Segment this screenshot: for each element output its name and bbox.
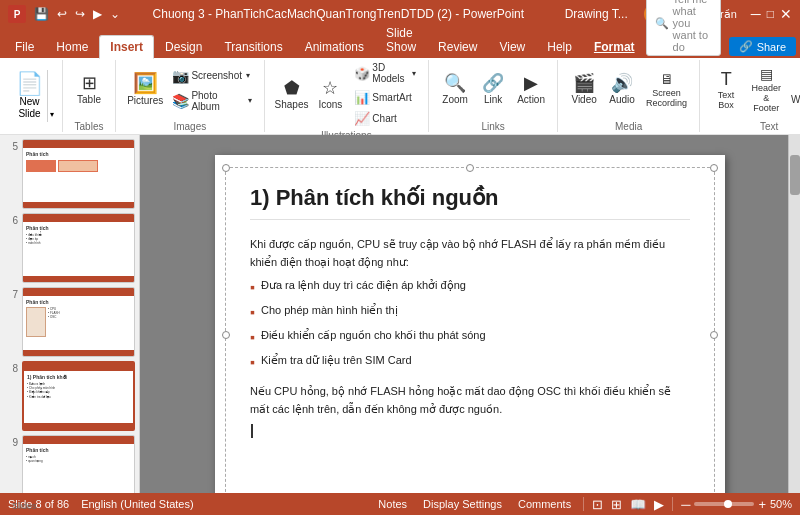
new-slide-icon: 📄	[16, 73, 43, 95]
save-quick-btn[interactable]: 💾	[32, 6, 51, 22]
smartart-button[interactable]: 📊 SmartArt	[350, 88, 420, 107]
screenshot-button[interactable]: 📷 Screenshot ▾	[168, 66, 255, 86]
slide-preview-5[interactable]: Phân tích	[22, 139, 135, 209]
drawing-tab-label: Drawing T...	[565, 7, 628, 21]
undo-quick-btn[interactable]: ↩	[55, 6, 69, 22]
ribbon-tabs: File Home Insert Design Transitions Anim…	[0, 28, 800, 58]
tab-animations[interactable]: Animations	[294, 35, 375, 58]
video-button[interactable]: 🎬 Video	[566, 71, 602, 108]
handle-ml[interactable]	[222, 331, 230, 339]
wordart-button[interactable]: A WordArt	[788, 71, 800, 108]
minimize-btn[interactable]: ─	[751, 6, 761, 22]
slide-preview-8[interactable]: 1) Phân tích khối • Đưa ra lệnh• Cho phé…	[22, 361, 135, 431]
bullet-mark-3: ▪	[250, 327, 255, 348]
3d-models-button[interactable]: 🎲 3D Models ▾	[350, 60, 420, 86]
text-box-label: TextBox	[718, 90, 735, 110]
shapes-button[interactable]: ⬟ Shapes	[273, 76, 311, 113]
tab-help[interactable]: Help	[536, 35, 583, 58]
images-group: 🖼️ Pictures 📷 Screenshot ▾ 📚 Photo Album…	[116, 60, 265, 132]
handle-tr[interactable]	[710, 164, 718, 172]
header-footer-icon: ▤	[760, 67, 773, 81]
slide-sorter-btn[interactable]: ⊞	[611, 497, 622, 512]
scroll-thumb-v[interactable]	[790, 155, 800, 195]
notes-button[interactable]: Notes	[374, 496, 411, 512]
shapes-icon: ⬟	[284, 79, 300, 97]
photo-album-dropdown[interactable]: ▾	[248, 96, 252, 105]
slide-preview-9[interactable]: Phân tích • mạch• quan trọng	[22, 435, 135, 493]
new-slide-label: New	[19, 96, 39, 107]
zoom-track[interactable]	[694, 502, 754, 506]
pictures-button[interactable]: 🖼️ Pictures	[124, 70, 166, 109]
tab-format[interactable]: Format	[583, 35, 646, 58]
icons-icon: ☆	[322, 79, 338, 97]
header-footer-button[interactable]: ▤ Header& Footer	[746, 64, 786, 116]
present-quick-btn[interactable]: ▶	[91, 6, 104, 22]
tab-slideshow[interactable]: Slide Show	[375, 21, 427, 58]
pictures-icon: 🖼️	[133, 73, 158, 93]
slide-thumb-8[interactable]: 8 1) Phân tích khối • Đưa ra lệnh• Cho p…	[4, 361, 135, 431]
tab-view[interactable]: View	[488, 35, 536, 58]
screen-recording-button[interactable]: 🖥 ScreenRecording	[642, 69, 691, 111]
tell-me-search[interactable]: 🔍 Tell me what you want to do	[646, 0, 721, 56]
slide-panel: 5 Phân tích 6 Phân tích • điều khiển• đi…	[0, 135, 140, 493]
close-btn[interactable]: ✕	[780, 6, 792, 22]
chart-button[interactable]: 📈 Chart	[350, 109, 420, 128]
normal-view-btn[interactable]: ⊡	[592, 497, 603, 512]
3d-models-dropdown[interactable]: ▾	[412, 69, 416, 78]
new-slide-dropdown[interactable]: ▾	[47, 70, 56, 122]
main-area: 5 Phân tích 6 Phân tích • điều khiển• đi…	[0, 135, 800, 493]
icons-button[interactable]: ☆ Icons	[312, 76, 348, 113]
zoom-button[interactable]: 🔍 Zoom	[437, 71, 473, 108]
tab-file[interactable]: File	[4, 35, 45, 58]
share-button[interactable]: 🔗 Share	[729, 37, 796, 56]
audio-button[interactable]: 🔊 Audio	[604, 71, 640, 108]
tab-review[interactable]: Review	[427, 35, 488, 58]
table-button[interactable]: ⊞ Table	[71, 71, 107, 108]
redo-quick-btn[interactable]: ↪	[73, 6, 87, 22]
action-button[interactable]: ▶ Action	[513, 71, 549, 108]
slideshow-btn[interactable]: ▶	[654, 497, 664, 512]
video-icon: 🎬	[573, 74, 595, 92]
reading-view-btn[interactable]: 📖	[630, 497, 646, 512]
tables-group-label: Tables	[75, 121, 104, 132]
maximize-btn[interactable]: □	[767, 7, 774, 21]
display-settings-button[interactable]: Display Settings	[419, 496, 506, 512]
handle-mr[interactable]	[710, 331, 718, 339]
text-group: T TextBox ▤ Header& Footer A WordArt Tex…	[700, 60, 800, 132]
status-right: Notes Display Settings Comments ⊡ ⊞ 📖 ▶ …	[374, 496, 792, 512]
handle-tm[interactable]	[466, 164, 474, 172]
zoom-in-btn[interactable]: +	[758, 497, 766, 512]
zoom-controls[interactable]: ─ + 50%	[681, 497, 792, 512]
slide-body: Khi được cấp nguồn, CPU sẽ truy cập vào …	[250, 236, 690, 444]
slide-thumb-6[interactable]: 6 Phân tích • điều khiển• điện áp• màn h…	[4, 213, 135, 283]
chart-icon: 📈	[354, 111, 370, 126]
slide-thumb-9[interactable]: 9 Phân tích • mạch• quan trọng	[4, 435, 135, 493]
more-quick-btn[interactable]: ⌄	[108, 6, 122, 22]
text-box-button[interactable]: T TextBox	[708, 67, 744, 113]
tables-group: ⊞ Table Tables	[63, 60, 116, 132]
bullet-item-1: ▪ Đưa ra lệnh duy trì các điện áp khởi đ…	[250, 277, 690, 298]
header-footer-label: Header& Footer	[750, 83, 782, 113]
slide-preview-6[interactable]: Phân tích • điều khiển• điện áp• màn hìn…	[22, 213, 135, 283]
tab-design[interactable]: Design	[154, 35, 213, 58]
slide-thumb-5[interactable]: 5 Phân tích	[4, 139, 135, 209]
tab-insert[interactable]: Insert	[99, 35, 154, 59]
zoom-out-btn[interactable]: ─	[681, 497, 690, 512]
links-group-label: Links	[481, 121, 504, 132]
bullet-mark-4: ▪	[250, 352, 255, 373]
new-slide-button[interactable]: 📄 New Slide ▾	[12, 70, 56, 122]
title-bar-left: P 💾 ↩ ↪ ▶ ⌄	[8, 5, 122, 23]
slide-thumb-7[interactable]: 7 Phân tích • CPU• FLASH• OSC	[4, 287, 135, 357]
tab-transitions[interactable]: Transitions	[213, 35, 293, 58]
wordart-label: WordArt	[791, 94, 800, 105]
photo-album-button[interactable]: 📚 Photo Album ▾	[168, 88, 255, 114]
tab-home[interactable]: Home	[45, 35, 99, 58]
comments-button[interactable]: Comments	[514, 496, 575, 512]
slide-preview-7[interactable]: Phân tích • CPU• FLASH• OSC	[22, 287, 135, 357]
drawing-tab[interactable]: Drawing T...	[555, 4, 638, 24]
screenshot-dropdown[interactable]: ▾	[246, 71, 250, 80]
vertical-scrollbar[interactable]	[788, 135, 800, 493]
handle-tl[interactable]	[222, 164, 230, 172]
link-button[interactable]: 🔗 Link	[475, 71, 511, 108]
zoom-thumb[interactable]	[724, 500, 732, 508]
